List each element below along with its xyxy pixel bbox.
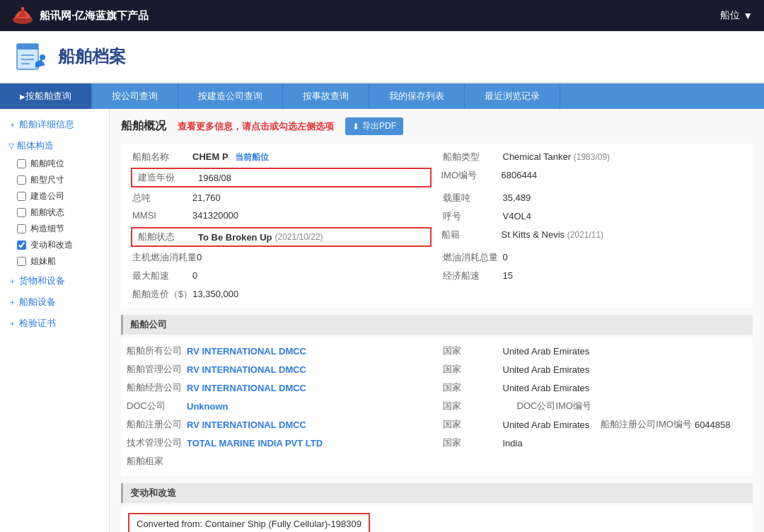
company-row-owner: 船舶所有公司 RV INTERNATIONAL DMCC 国家 United A… [121,342,753,360]
sidebar-item-tonnage[interactable]: 船舶吨位 [11,156,109,172]
plus-icon-cargo: ＋ [8,276,16,287]
menu-saved-list[interactable]: 我的保存列表 [369,83,465,109]
sidebar-item-builder[interactable]: 建造公司 [11,188,109,204]
sidebar-item-status[interactable]: 船舶状态 [11,204,109,221]
download-icon: ⬇ [352,122,359,132]
plus-icon-cert: ＋ [8,318,16,329]
reg-country: United Arab Emirates [503,420,590,430]
company-block: 船舶所有公司 RV INTERNATIONAL DMCC 国家 United A… [121,339,753,476]
sidebar-section-certificates: ＋ 检验证书 [0,313,109,333]
owner-link[interactable]: RV INTERNATIONAL DMCC [187,346,306,357]
manager-country: United Arab Emirates [503,364,590,375]
company-row-operator: 船舶经营公司 RV INTERNATIONAL DMCC 国家 United A… [121,378,753,397]
sidebar-item-conversion[interactable]: 变动和改造 [11,237,109,253]
company-row-manager: 船舶管理公司 RV INTERNATIONAL DMCC 国家 United A… [121,360,753,378]
operator-left: 船舶经营公司 RV INTERNATIONAL DMCC [121,378,437,397]
max-speed-row: 最大船速 0 [127,267,437,285]
content-area: 船舶概况 查看更多信息，请点击或勾选左侧选项 ⬇ 导出PDF 船舶名称 CHEM… [110,109,764,532]
operator-country: United Arab Emirates [503,383,590,393]
menu-bar: 按船舶查询 按公司查询 按建造公司查询 按事故查询 我的保存列表 最近浏览记录 [0,83,764,109]
callsign-row: 呼号 V4OL4 [437,207,748,226]
sidebar-item-sister[interactable]: 姐妹船 [11,253,109,270]
plus-icon-equipment: ＋ [8,297,16,308]
sidebar: ＋ 船舶详细信息 ▽ 船体构造 船舶吨位 船型尺寸 建造公司 [0,109,110,532]
row-price: 船舶造价（$） 13,350,000 [127,285,747,303]
ship-price-row: 船舶造价（$） 13,350,000 [127,285,443,303]
sidebar-cargo-equipment[interactable]: ＋ 货物和设备 [0,271,109,291]
sidebar-hull-construction[interactable]: ▽ 船体构造 [0,136,109,156]
operator-right: 国家 United Arab Emirates [437,378,753,397]
page-title: 船舶档案 [58,45,126,68]
main-layout: ＋ 船舶详细信息 ▽ 船体构造 船舶吨位 船型尺寸 建造公司 [0,109,764,532]
svg-point-7 [40,54,45,60]
conversion-block: Converted from: Container Ship (Fully Ce… [121,507,753,532]
sidebar-ship-equipment[interactable]: ＋ 船舶设备 [0,292,109,312]
tech-link[interactable]: TOTAL MARINE INDIA PVT LTD [187,438,323,449]
overview-notice: 查看更多信息，请点击或勾选左侧选项 [178,120,334,133]
manager-link[interactable]: RV INTERNATIONAL DMCC [187,364,306,375]
deadweight-row: 载重吨 35,489 [437,189,748,207]
overview-section-header: 船舶概况 查看更多信息，请点击或勾选左侧选项 ⬇ 导出PDF [121,117,753,135]
reg-right: 国家 United Arab Emirates 船舶注册公司IMO编号 6044… [437,415,753,434]
company-section-title: 船舶公司 [121,315,753,335]
sidebar-ship-detail[interactable]: ＋ 船舶详细信息 [0,115,109,134]
max-speed-value: 0 [192,270,197,281]
sidebar-item-dimensions[interactable]: 船型尺寸 [11,172,109,188]
mmsi-row: MMSI 341320000 [127,207,437,226]
reg-link[interactable]: RV INTERNATIONAL DMCC [187,420,306,430]
tech-left: 技术管理公司 TOTAL MARINE INDIA PVT LTD [121,434,437,452]
menu-accident-query[interactable]: 按事故查询 [283,83,369,109]
total-fuel-value: 0 [503,252,508,262]
row-build-year: 建造年份 1968/08 IMO编号 6806444 [127,166,747,189]
charter-left: 船舶租家 [121,452,443,470]
row-mmsi: MMSI 341320000 呼号 V4OL4 [127,207,747,226]
main-engine-row: 主机燃油消耗量 0 [127,248,437,267]
imo-value: 6806444 [502,170,538,180]
conversion-section-title: 变动和改造 [121,483,753,503]
tech-country: India [503,438,523,449]
ship-name-value: CHEM P [192,151,228,162]
svg-rect-1 [21,7,24,10]
menu-builder-query[interactable]: 按建造公司查询 [178,83,283,109]
mmsi-value: 341320000 [192,210,238,221]
menu-recent-history[interactable]: 最近浏览记录 [465,83,560,109]
status-value: To Be Broken Up [198,232,272,243]
ship-archive-icon [14,40,48,74]
sidebar-section-detail: ＋ 船舶详细信息 [0,115,109,134]
company-row-technical: 技术管理公司 TOTAL MARINE INDIA PVT LTD 国家 Ind… [121,434,753,452]
export-pdf-button[interactable]: ⬇ 导出PDF [345,117,403,135]
menu-company-query[interactable]: 按公司查询 [92,83,178,109]
owner-country: United Arab Emirates [503,346,590,357]
ship-price-value: 13,350,000 [192,289,238,299]
callsign-value: V4OL4 [503,211,531,221]
flag-state-row: 船籍 St Kitts & Nevis (2021/11) [436,226,748,248]
sidebar-item-structure[interactable]: 构造细节 [11,221,109,237]
doc-imo-label: DOC公司IMO编号 [517,400,591,412]
overview-title: 船舶概况 [121,119,166,134]
ship-type-value: Chemical Tanker (1983/09) [503,151,610,162]
sidebar-section-hull: ▽ 船体构造 船舶吨位 船型尺寸 建造公司 船舶状态 构造细节 [0,136,109,270]
sidebar-hull-sub-items: 船舶吨位 船型尺寸 建造公司 船舶状态 构造细节 变动和改造 [0,156,109,270]
menu-ship-query[interactable]: 按船舶查询 [0,83,92,109]
doc-right: 国家 DOC公司IMO编号 [437,397,753,415]
sidebar-section-cargo: ＋ 货物和设备 [0,271,109,291]
build-year-value: 1968/08 [198,173,231,183]
ship-position-link[interactable]: 船位 ▼ [720,9,753,22]
operator-link[interactable]: RV INTERNATIONAL DMCC [187,383,306,393]
top-navbar: 船讯网·亿海蓝旗下产品 船位 ▼ [0,0,764,31]
minus-icon: ▽ [8,141,14,151]
build-year-highlight: 建造年份 1968/08 [131,168,432,187]
manager-right: 国家 United Arab Emirates [437,360,753,378]
svg-rect-3 [17,44,38,50]
sidebar-certificates[interactable]: ＋ 检验证书 [0,313,109,333]
status-highlight: 船舶状态 To Be Broken Up (2021/10/22) [131,227,432,247]
economic-speed-row: 经济船速 15 [437,267,748,285]
doc-link[interactable]: Unknown [187,401,228,412]
current-position-link[interactable]: 当前船位 [235,152,269,162]
row-status: 船舶状态 To Be Broken Up (2021/10/22) 船籍 St … [127,226,747,248]
row-fuel: 主机燃油消耗量 0 燃油消耗总量 0 [127,248,747,267]
reg-imo-value: 6044858 [695,420,731,430]
owner-left: 船舶所有公司 RV INTERNATIONAL DMCC [121,342,437,360]
economic-speed-value: 15 [503,270,513,281]
status-highlighted-container: 船舶状态 To Be Broken Up (2021/10/22) [127,226,436,248]
